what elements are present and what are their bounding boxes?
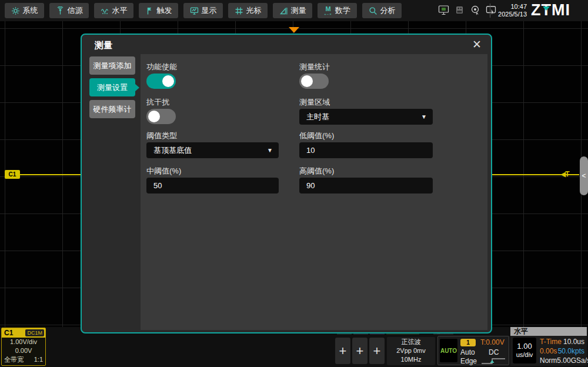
region-value: 主时基: [306, 112, 329, 121]
mid-threshold-input[interactable]: 50: [146, 178, 279, 193]
stats-toggle[interactable]: [299, 74, 329, 89]
chevron-down-icon: ▼: [267, 142, 273, 158]
afg-waveform-type: 正弦波: [387, 338, 435, 346]
delay-value: 0.00s: [540, 346, 557, 356]
trigger-sweep: Auto: [460, 348, 475, 356]
add-channel-button-1[interactable]: +: [335, 338, 350, 364]
c1-channel-marker[interactable]: C1: [5, 170, 20, 179]
menu-label: 光标: [246, 5, 262, 16]
dialog-title: 测量: [95, 40, 112, 51]
sample-rate: 5.00GSa/s: [557, 356, 588, 365]
toggle-knob: [301, 75, 313, 87]
menu-label: 显示: [202, 5, 217, 16]
timebase-unit: us/div: [516, 351, 533, 359]
toggle-knob: [148, 111, 160, 122]
afg-frequency: 10MHz: [387, 355, 435, 364]
horizontal-title: 水平: [510, 327, 587, 336]
trigger-coupling: DC: [489, 348, 499, 356]
channel-offset: 0.00V: [2, 346, 45, 355]
menu-label: 系统: [23, 5, 38, 16]
threshold-type-value: 基顶基底值: [153, 146, 192, 155]
source-antenna-icon: [56, 6, 65, 15]
tab-measure-add[interactable]: 测量项添加: [89, 56, 135, 75]
menu-button-trigger[interactable]: 触发: [139, 3, 178, 18]
clock-date: 2025/5/13: [493, 11, 527, 18]
menu-label: 触发: [157, 5, 172, 16]
trigger-level: T:0.00V: [480, 338, 505, 346]
horizontal-panel[interactable]: 水平 1.00 us/div T-Time 10.0us 0.00s 50.0k…: [510, 327, 587, 366]
stats-label: 测量统计: [299, 62, 330, 72]
top-toolbar: 系统 信源 水平 触发 显示 光标: [0, 0, 588, 21]
channel-bw-probe: 全带宽 1:1: [2, 355, 45, 364]
lan-monitor-icon[interactable]: [438, 4, 449, 16]
logo-letter-t: T: [542, 1, 552, 19]
timebase-value: 1.00: [517, 342, 532, 351]
menu-button-analyze[interactable]: 分析: [362, 3, 402, 18]
cursor-crosshair-icon: [235, 6, 243, 15]
menu-row: 系统 信源 水平 触发 显示 光标: [5, 3, 402, 18]
trigger-type: Edge: [460, 357, 477, 365]
menu-label: 分析: [380, 5, 396, 16]
toolbar-divider: [490, 4, 490, 18]
enable-toggle[interactable]: [146, 74, 176, 89]
trigger-mode: AUTO: [440, 339, 457, 362]
noise-reject-label: 抗干扰: [146, 97, 169, 108]
menu-button-system[interactable]: 系统: [5, 3, 44, 18]
clock-time: 10:47: [493, 3, 527, 11]
menu-label: 数学: [335, 5, 350, 16]
afg-info-box[interactable]: 正弦波 2Vpp 0mv 10MHz: [387, 337, 435, 365]
channel-name: C1: [2, 329, 13, 337]
threshold-type-dropdown[interactable]: 基顶基底值 ▼: [146, 142, 279, 158]
touch-icon[interactable]: [470, 4, 481, 16]
coupling-badge: DC1M: [25, 329, 44, 336]
channel-bandwidth: 全带宽: [4, 355, 24, 364]
memory-points: 50.0kpts: [558, 346, 584, 356]
threshold-type-label: 阈值类型: [146, 131, 177, 141]
trigger-info-box[interactable]: AUTO 1 Auto Edge T:0.00V DC: [437, 336, 509, 365]
chevron-down-icon: ▼: [421, 109, 427, 125]
t-time-label: T-Time: [540, 337, 562, 346]
menu-button-math[interactable]: M+−× 数学: [318, 3, 357, 18]
menu-label: 信源: [68, 5, 83, 16]
high-threshold-label: 高阈值(%): [299, 166, 334, 176]
analyze-magnifier-icon: [369, 6, 377, 15]
channel-probe-ratio: 1:1: [34, 355, 43, 364]
menu-button-horizontal[interactable]: 水平: [94, 3, 133, 18]
acquisition-mode: Norm: [540, 356, 557, 365]
noise-reject-toggle[interactable]: [146, 109, 176, 124]
tab-measure-settings[interactable]: 测量设置: [89, 78, 135, 96]
menu-button-source[interactable]: 信源: [49, 3, 89, 18]
close-icon[interactable]: ✕: [472, 38, 482, 51]
menu-button-display[interactable]: 显示: [183, 3, 223, 18]
clock: 10:47 2025/5/13: [493, 3, 527, 18]
trigger-level-marker[interactable]: ◀T: [560, 170, 569, 179]
enable-label: 功能使能: [146, 62, 177, 72]
tab-hardware-counter[interactable]: 硬件频率计: [89, 100, 135, 118]
toggle-knob: [162, 75, 174, 87]
measure-ramp-icon: [279, 6, 288, 15]
menu-button-cursor[interactable]: 光标: [228, 3, 268, 18]
menu-button-measure[interactable]: 测量: [273, 3, 312, 18]
status-icon-row: [438, 4, 497, 16]
timebase-scale-box[interactable]: 1.00 us/div: [513, 338, 536, 363]
logo-letters: MI: [552, 1, 570, 19]
trigger-position-icon[interactable]: [289, 27, 299, 33]
dialog-sidebar: 测量项添加 测量设置 硬件频率计: [89, 56, 135, 122]
side-panel-handle[interactable]: <: [580, 156, 588, 195]
channel-c1-box[interactable]: C1 DC1M 1.00V/div 0.00V 全带宽 1:1: [1, 328, 46, 366]
menu-label: 测量: [291, 5, 306, 16]
low-threshold-input[interactable]: 10: [299, 142, 433, 158]
logo-letter: Z: [531, 1, 542, 19]
usb-icon[interactable]: [454, 4, 465, 16]
afg-amplitude-offset: 2Vpp 0mv: [387, 346, 435, 355]
low-threshold-label: 低阈值(%): [299, 131, 334, 141]
high-threshold-input[interactable]: 90: [299, 178, 433, 193]
region-dropdown[interactable]: 主时基 ▼: [299, 109, 433, 125]
add-channel-button-3[interactable]: +: [369, 338, 385, 364]
dialog-content: 功能使能 测量统计 抗干扰 测量区域 主时基 ▼ 阈值类型 基顶基底值 ▼ 低阈…: [141, 54, 487, 330]
brand-logo: Z T MI: [531, 1, 570, 19]
horizontal-readouts: T-Time 10.0us 0.00s 50.0kpts Norm 5.00GS…: [540, 337, 584, 365]
display-monitor-icon: [190, 6, 199, 15]
horizontal-body: 1.00 us/div T-Time 10.0us 0.00s 50.0kpts…: [510, 336, 587, 366]
add-channel-button-2[interactable]: +: [352, 338, 368, 364]
